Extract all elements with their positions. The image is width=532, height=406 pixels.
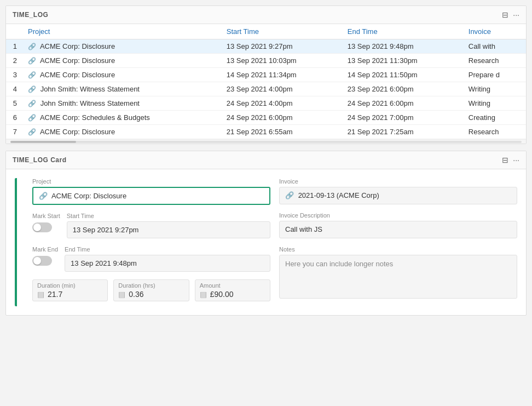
row-end-time: 24 Sep 2021 7:00pm: [342, 111, 463, 125]
row-number: 7: [6, 125, 22, 139]
timelog-table-title: TIME_LOG: [13, 11, 48, 19]
table-row[interactable]: 6 🔗 ACME Corp: Schedules & Budgets 24 Se…: [6, 111, 526, 125]
timelog-table-header: TIME_LOG ⊟ ···: [6, 6, 526, 24]
row-number: 1: [6, 39, 22, 54]
timelog-card-section: TIME_LOG Card ⊟ ··· Project 🔗 ACME Corp:…: [5, 151, 527, 316]
card-body: Project 🔗 ACME Corp: Disclosure Mark Sta…: [6, 169, 526, 315]
row-link-icon: 🔗: [28, 71, 36, 79]
row-project: 🔗 ACME Corp: Disclosure: [22, 39, 221, 54]
amount-value: £90.00: [210, 290, 234, 299]
invoice-desc-value-box[interactable]: Call with JS: [279, 221, 517, 238]
duration-hrs-value: 0.36: [129, 290, 143, 299]
mark-end-group: Mark End End Time 13 Sep 2021 9:48pm: [32, 246, 270, 272]
mark-start-toggle[interactable]: [32, 222, 52, 232]
row-invoice: Creating: [463, 111, 526, 125]
table-header-row: Project Start Time End Time Invoice: [6, 24, 526, 39]
row-end-time: 13 Sep 2021 11:30pm: [342, 54, 463, 68]
duration-hrs-icon: ▤: [118, 290, 125, 299]
row-invoice: Research: [463, 54, 526, 68]
duration-min-box: Duration (min) ▤ 21.7: [32, 279, 108, 301]
row-number: 3: [6, 68, 22, 82]
mark-end-label-box: Mark End: [32, 246, 58, 266]
project-value-box[interactable]: 🔗 ACME Corp: Disclosure: [32, 187, 270, 205]
start-row: Mark Start Start Time 13 Sep 2021 9:27pm: [32, 213, 270, 238]
start-time-label: Start Time: [67, 213, 270, 219]
more-icon[interactable]: ···: [513, 10, 519, 19]
amount-inner: ▤ £90.00: [200, 290, 265, 299]
col-num: [6, 24, 22, 39]
col-invoice[interactable]: Invoice: [463, 24, 526, 39]
row-invoice: Writing: [463, 82, 526, 96]
col-project[interactable]: Project: [22, 24, 221, 39]
table-row[interactable]: 5 🔗 John Smith: Witness Statement 24 Sep…: [6, 96, 526, 111]
timelog-table-scroll[interactable]: Project Start Time End Time Invoice 1 🔗 …: [6, 24, 526, 144]
col-end-time[interactable]: End Time: [342, 24, 463, 39]
row-project: 🔗 John Smith: Witness Statement: [22, 82, 221, 96]
duration-min-icon: ▤: [37, 290, 44, 299]
scrollbar-track: [10, 141, 522, 143]
row-project-name: John Smith: Witness Statement: [41, 99, 140, 107]
row-project: 🔗 ACME Corp: Disclosure: [22, 54, 221, 68]
notes-value-box[interactable]: Here you can include longer notes: [279, 255, 517, 299]
timelog-table-section: TIME_LOG ⊟ ··· Project Start Time End Ti…: [5, 5, 527, 144]
duration-min-inner: ▤ 21.7: [37, 290, 103, 299]
row-start-time: 14 Sep 2021 11:34pm: [221, 68, 342, 82]
horizontal-scrollbar[interactable]: [6, 139, 526, 144]
project-value: ACME Corp: Disclosure: [51, 192, 126, 200]
table-row[interactable]: 4 🔗 John Smith: Witness Statement 23 Sep…: [6, 82, 526, 96]
invoice-desc-value: Call with JS: [285, 225, 322, 233]
scrollbar-thumb: [10, 141, 76, 143]
invoice-label: Invoice: [279, 178, 517, 185]
notes-value: Here you can include longer notes: [285, 260, 393, 268]
notes-field-group: Notes Here you can include longer notes: [279, 246, 517, 299]
row-link-icon: 🔗: [28, 100, 36, 107]
project-label: Project: [32, 178, 270, 185]
mark-start-label-box: Mark Start: [32, 213, 60, 232]
row-invoice: Writing: [463, 96, 526, 111]
duration-min-value: 21.7: [48, 290, 62, 299]
row-invoice: Call with: [463, 39, 526, 54]
row-end-time: 14 Sep 2021 11:50pm: [342, 68, 463, 82]
row-start-time: 13 Sep 2021 9:27pm: [221, 39, 342, 54]
invoice-field-group: Invoice 🔗 2021-09-13 (ACME Corp): [279, 178, 517, 204]
mark-end-toggle[interactable]: [32, 256, 52, 266]
row-project-name: ACME Corp: Disclosure: [40, 128, 115, 136]
row-end-time: 24 Sep 2021 6:00pm: [342, 96, 463, 111]
invoice-value: 2021-09-13 (ACME Corp): [298, 191, 379, 199]
row-start-time: 24 Sep 2021 4:00pm: [221, 96, 342, 111]
card-left-panel: Project 🔗 ACME Corp: Disclosure Mark Sta…: [32, 178, 270, 306]
col-start-time[interactable]: Start Time: [221, 24, 342, 39]
card-left-accent-bar: [15, 178, 17, 306]
table-row[interactable]: 2 🔗 ACME Corp: Disclosure 13 Sep 2021 10…: [6, 54, 526, 68]
timelog-card-actions: ⊟ ···: [502, 156, 519, 164]
row-invoice: Prepare d: [463, 68, 526, 82]
row-start-time: 21 Sep 2021 6:55am: [221, 125, 342, 139]
row-end-time: 13 Sep 2021 9:48pm: [342, 39, 463, 54]
row-link-icon: 🔗: [28, 128, 36, 136]
filter-icon[interactable]: ⊟: [502, 10, 508, 19]
duration-hrs-label: Duration (hrs): [118, 282, 184, 289]
row-project: 🔗 ACME Corp: Schedules & Budgets: [22, 111, 221, 125]
end-time-value[interactable]: 13 Sep 2021 9:48pm: [65, 255, 270, 272]
card-filter-icon[interactable]: ⊟: [502, 156, 508, 164]
row-number: 4: [6, 82, 22, 96]
row-link-icon: 🔗: [28, 114, 36, 122]
end-time-group: End Time 13 Sep 2021 9:48pm: [65, 246, 270, 272]
row-start-time: 13 Sep 2021 10:03pm: [221, 54, 342, 68]
card-right-panel: Invoice 🔗 2021-09-13 (ACME Corp) Invoice…: [279, 178, 517, 306]
duration-hrs-box: Duration (hrs) ▤ 0.36: [113, 279, 189, 301]
row-project: 🔗 ACME Corp: Disclosure: [22, 125, 221, 139]
start-time-value[interactable]: 13 Sep 2021 9:27pm: [67, 221, 270, 238]
card-more-icon[interactable]: ···: [513, 156, 519, 164]
timelog-table-actions: ⊟ ···: [502, 10, 519, 19]
row-end-time: 21 Sep 2021 7:25am: [342, 125, 463, 139]
table-row[interactable]: 1 🔗 ACME Corp: Disclosure 13 Sep 2021 9:…: [6, 39, 526, 54]
row-number: 5: [6, 96, 22, 111]
table-row[interactable]: 7 🔗 ACME Corp: Disclosure 21 Sep 2021 6:…: [6, 125, 526, 139]
row-project: 🔗 John Smith: Witness Statement: [22, 96, 221, 111]
row-project-name: John Smith: Witness Statement: [41, 85, 140, 93]
row-project-name: ACME Corp: Disclosure: [40, 71, 115, 79]
row-project: 🔗 ACME Corp: Disclosure: [22, 68, 221, 82]
table-row[interactable]: 3 🔗 ACME Corp: Disclosure 14 Sep 2021 11…: [6, 68, 526, 82]
invoice-value-box[interactable]: 🔗 2021-09-13 (ACME Corp): [279, 187, 517, 204]
